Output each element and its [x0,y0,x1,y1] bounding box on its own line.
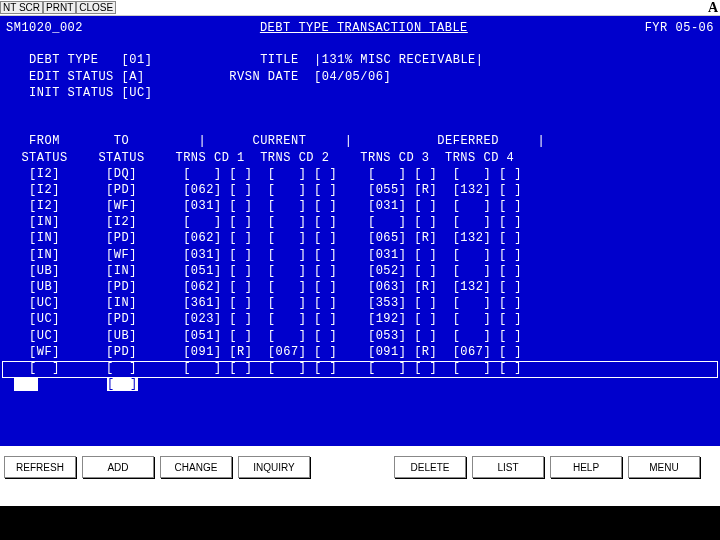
table-row[interactable]: [UC] [UB] [051] [ ] [ ] [ ] [053] [ ] [ … [6,328,714,344]
title-value: |131% MISC RECEIVABLE| [314,53,483,67]
fyr-label: FYR 05-06 [645,20,714,36]
debt-type-label: DEBT TYPE [29,53,98,67]
table-row[interactable]: [I2] [PD] [062] [ ] [ ] [ ] [055] [R] [1… [6,182,714,198]
spacer [316,456,388,496]
column-header-2: STATUS STATUS TRNS CD 1 TRNS CD 2 TRNS C… [21,151,514,165]
ntscr-button[interactable]: NT SCR [0,1,43,14]
inquiry-button[interactable]: INQUIRY [238,456,310,478]
corner-letter: A [708,0,718,16]
close-button[interactable]: CLOSE [76,1,116,14]
rvsn-date-label: RVSN DATE [229,70,298,84]
table-row[interactable]: [UC] [IN] [361] [ ] [ ] [ ] [353] [ ] [ … [6,295,714,311]
list-button[interactable]: LIST [472,456,544,478]
table-row[interactable]: [UB] [IN] [051] [ ] [ ] [ ] [052] [ ] [ … [6,263,714,279]
table-row[interactable]: [IN] [PD] [062] [ ] [ ] [ ] [065] [R] [1… [6,230,714,246]
bottom-black [0,506,720,540]
rvsn-date-value: [04/05/06] [314,70,391,84]
table-row[interactable]: [WF] [PD] [091] [R] [067] [ ] [091] [R] … [6,344,714,360]
help-button[interactable]: HELP [550,456,622,478]
column-header-1: FROM TO | CURRENT | DEFERRED | [29,134,545,148]
menu-button[interactable]: MENU [628,456,700,478]
table-row[interactable]: [I2] [DQ] [ ] [ ] [ ] [ ] [ ] [ ] [ ] [ … [6,166,714,182]
table-row[interactable]: [IN] [I2] [ ] [ ] [ ] [ ] [ ] [ ] [ ] [ … [6,214,714,230]
table-row[interactable]: [UB] [PD] [062] [ ] [ ] [ ] [063] [R] [1… [6,279,714,295]
screen-id: SM1020_002 [6,20,83,36]
debt-type-field[interactable]: [01] [122,53,153,67]
init-status-field[interactable]: [UC] [122,86,153,100]
footer-field[interactable]: [ ] [107,377,138,391]
prnt-button[interactable]: PRNT [43,1,76,14]
edit-status-field[interactable]: [A] [122,70,145,84]
delete-button[interactable]: DELETE [394,456,466,478]
window-titlebar: NT SCR PRNT CLOSE A [0,0,720,16]
change-button[interactable]: CHANGE [160,456,232,478]
cursor [14,377,38,391]
title-label: TITLE [260,53,299,67]
edit-status-label: EDIT STATUS [29,70,114,84]
table-row[interactable]: [UC] [PD] [023] [ ] [ ] [ ] [192] [ ] [ … [6,311,714,327]
table-row[interactable]: [IN] [WF] [031] [ ] [ ] [ ] [031] [ ] [ … [6,247,714,263]
function-key-bar: REFRESH ADD CHANGE INQUIRY DELETE LIST H… [0,446,720,506]
add-button[interactable]: ADD [82,456,154,478]
table-row[interactable]: [I2] [WF] [031] [ ] [ ] [ ] [031] [ ] [ … [6,198,714,214]
page-title: DEBT TYPE TRANSACTION TABLE [260,20,468,36]
init-status-label: INIT STATUS [29,86,114,100]
row-highlight [2,361,718,378]
refresh-button[interactable]: REFRESH [4,456,76,478]
terminal-screen: SM1020_002 DEBT TYPE TRANSACTION TABLE F… [0,16,720,446]
